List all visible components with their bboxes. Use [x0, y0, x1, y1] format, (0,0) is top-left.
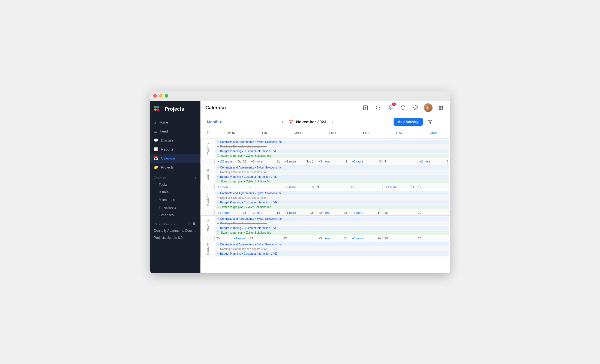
more-link[interactable]: +3 more — [250, 160, 264, 163]
event-bar[interactable]: ⊹ Contracts and Agreements • Zylker Solu… — [215, 165, 449, 170]
app-body: Projects ⌂ Home ☰ Feed 💬 Discuss 📊 Repor — [150, 101, 450, 273]
next-month-button[interactable]: › — [328, 118, 336, 126]
event-bar[interactable]: ⊹ Budget Planning • Customer interaction… — [215, 226, 449, 230]
sidebar-item-tasks[interactable]: Tasks — [150, 181, 200, 188]
prev-month-button[interactable]: ‹ — [279, 118, 286, 126]
sidebar-item-projects[interactable]: 📁 Projects — [150, 163, 200, 172]
date-num: 21 — [250, 237, 253, 240]
settings-icon[interactable] — [411, 103, 420, 112]
calendar-toolbar: Month ▾ ‹ 📅 November 2023 › Add Activity… — [200, 115, 450, 129]
sidebar-item-home[interactable]: ⌂ Home — [150, 118, 200, 127]
week-47-wed-date: +1 more 15 — [282, 210, 316, 215]
sidebar-item-timesheets[interactable]: Timesheets — [150, 204, 200, 211]
filter-button[interactable] — [426, 118, 434, 126]
week-46-thu-date: 9 — [316, 184, 349, 190]
week-47-block: WEEK 47 ⊹ Contracts and Agreements • Zyl… — [200, 190, 450, 216]
event-bar[interactable]: ☑ Sketch rough plan • Zylker Solutions I… — [215, 154, 449, 158]
more-link[interactable]: +3 more — [250, 211, 264, 215]
more-link[interactable]: +3 more — [317, 236, 331, 240]
more-link[interactable]: +1 more — [216, 185, 230, 189]
svg-rect-1 — [157, 106, 159, 108]
more-link[interactable]: +1 more — [284, 211, 298, 215]
event-bar[interactable]: ☑ Sketch rough plan • Zylker Solutions I… — [215, 205, 449, 209]
minimize-button[interactable] — [159, 94, 163, 98]
more-link[interactable]: +1 more — [216, 211, 230, 215]
drag-icon: ⊹ — [217, 247, 219, 250]
week-47-fri-date: +1 more 17 — [349, 210, 383, 215]
sidebar-item-label: Calendar — [161, 156, 175, 160]
more-options-button[interactable]: ··· — [437, 118, 446, 126]
search-icon[interactable] — [374, 103, 382, 112]
event-bar[interactable]: ☑ Sketch rough plan • Zylker Solutions I… — [215, 230, 449, 235]
discuss-icon: 💬 — [154, 138, 158, 142]
sidebar-logo[interactable]: Projects — [150, 101, 200, 118]
week-48-spacer — [200, 236, 215, 241]
more-link[interactable]: +1 more — [351, 211, 365, 215]
view-dropdown[interactable]: Month ▾ — [205, 118, 224, 125]
event-bar[interactable]: ⊹ Contracts and Agreements • Zylker Solu… — [215, 140, 449, 144]
week-46-mon-date: +1 more 6 — [215, 184, 248, 190]
more-link[interactable]: +2 more — [284, 185, 298, 189]
event-text: Contracts and Agreements • Zylker Soluti… — [220, 217, 281, 220]
recent-project-donnelly[interactable]: Donnelly Apartments Cons… — [150, 227, 200, 234]
event-text: Roofing ± Donnelley site construction — [220, 170, 267, 174]
more-link[interactable]: +138 more — [216, 160, 233, 163]
event-bar[interactable]: ⊹ Roofing ± Donnelley site construction — [215, 221, 449, 225]
drag-icon: ⊹ — [217, 166, 219, 169]
event-bar[interactable]: ⊹ Budget Planning • Customer interaction… — [215, 175, 449, 179]
projects-icon: 📁 — [154, 165, 158, 169]
home-icon: ⌂ — [154, 120, 156, 124]
more-link[interactable]: +3 more — [317, 160, 331, 163]
more-link[interactable]: +2 more — [284, 160, 298, 163]
week-48-events-area: ⊹ Contracts and Agreements • Zylker Solu… — [215, 216, 450, 236]
event-bar[interactable]: ⊹ Contracts and Agreements • Zylker Solu… — [215, 242, 449, 246]
event-bar[interactable]: ⊹ Roofing ± Donnelley site construction — [215, 170, 449, 174]
sat-header: SAT — [383, 129, 416, 139]
overview-expand-icon[interactable]: ▾ — [195, 176, 197, 180]
event-bar[interactable]: ☑ Sketch rough plan • Zylker Solutions I… — [215, 179, 449, 183]
maximize-button[interactable] — [165, 94, 168, 98]
date-num: 24 — [377, 237, 381, 240]
svg-point-10 — [415, 107, 416, 109]
event-bar[interactable]: ⊹ Contracts and Agreements • Zylker Solu… — [215, 216, 449, 221]
more-link[interactable]: +2 more — [418, 160, 432, 163]
more-link[interactable]: +2 more — [351, 160, 365, 163]
recent-project-update[interactable]: Projects Update 8.0 — [150, 234, 200, 241]
apps-grid-icon[interactable] — [436, 103, 445, 112]
sidebar-item-reports[interactable]: 📊 Reports — [150, 145, 200, 154]
sidebar-item-feed[interactable]: ☰ Feed — [150, 127, 200, 136]
week-48-sun-date: 26 — [416, 236, 450, 241]
timer-icon[interactable] — [399, 103, 407, 112]
close-button[interactable] — [153, 94, 157, 98]
sidebar-item-expenses[interactable]: Expenses — [150, 211, 200, 219]
svg-rect-18 — [440, 109, 441, 110]
sidebar-item-issues[interactable]: Issues — [150, 188, 200, 196]
more-link[interactable]: +1 more — [384, 185, 398, 189]
add-icon[interactable] — [361, 103, 370, 112]
week-45-events: WEEK 45 ⊹ Contracts and Agreements • Zyl… — [200, 139, 450, 159]
add-activity-button[interactable]: Add Activity — [394, 118, 423, 126]
sidebar-item-label: Reports — [161, 147, 173, 151]
avatar[interactable]: U — [424, 103, 433, 112]
event-bar[interactable]: ⊹ Budget Planning • Customer interaction… — [215, 200, 449, 204]
more-link[interactable]: +1 more — [233, 236, 247, 240]
drag-icon: ⊹ — [217, 243, 219, 246]
event-bar[interactable]: ⊹ Contracts and Agreements • Zylker Solu… — [215, 191, 449, 195]
event-bar[interactable]: ⊹ Roofing ± Donnelley site construction — [215, 247, 449, 251]
sidebar-item-discuss[interactable]: 💬 Discuss — [150, 136, 200, 145]
week-45-block: WEEK 45 ⊹ Contracts and Agreements • Zyl… — [200, 139, 450, 164]
event-bar[interactable]: ⊹ Roofing ± Donnelley site construction — [215, 195, 449, 200]
event-bar[interactable]: ⊹ Budget Planning • Customer interaction… — [215, 251, 449, 256]
sidebar-logo-text: Projects — [165, 106, 184, 112]
more-link[interactable]: +2 more — [317, 211, 331, 215]
event-bar[interactable]: ⊹ Roofing ± Donnelley site construction — [215, 144, 449, 149]
event-bar[interactable]: ⊹ Budget Planning • Customer interaction… — [215, 149, 449, 153]
notification-icon[interactable]: 9 — [386, 103, 395, 112]
sidebar-item-calendar[interactable]: 📅 Calendar — [150, 154, 200, 163]
search-recent-icon[interactable]: 🔍 — [193, 222, 197, 226]
more-link[interactable]: +3 more — [351, 236, 365, 240]
filter-recent-icon[interactable]: ⚙ — [188, 222, 191, 226]
week-48-mon-date: 20 +1 more — [215, 236, 248, 241]
week-49-block: WEEK 49 ⊹ Contracts and Agreements • Zyl… — [200, 241, 450, 257]
sidebar-item-milestones[interactable]: Milestones — [150, 196, 200, 204]
